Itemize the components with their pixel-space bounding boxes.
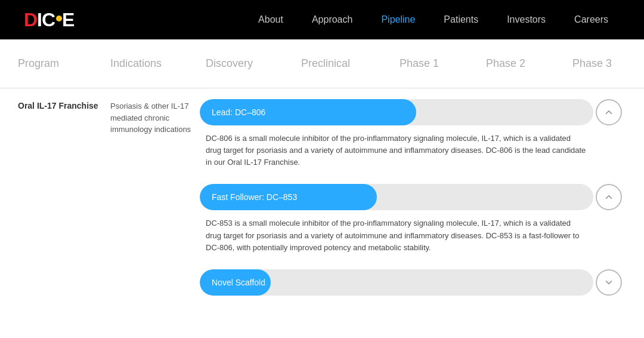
- arrow-up-dc806[interactable]: [596, 99, 622, 125]
- bar-row-dc806: Lead: DC–806 DC-806 is a small molecule …: [200, 99, 632, 168]
- col-header-discovery: Discovery: [200, 39, 295, 88]
- bar-fill-novel: Novel Scaffold: [200, 269, 271, 296]
- col-header-preclinical: Preclinical: [295, 39, 394, 88]
- bar-track-novel: Novel Scaffold: [200, 269, 593, 296]
- logo-c: C: [42, 9, 55, 30]
- nav-about[interactable]: About: [246, 10, 295, 30]
- bar-row-dc853: Fast Follower: DC–853 DC-853 is a small …: [200, 184, 632, 253]
- indications-text: Psoriasis & other IL-17 mediated chronic…: [104, 88, 200, 306]
- logo-dot: [56, 16, 62, 21]
- bar-track-dc853: Fast Follower: DC–853: [200, 184, 593, 210]
- nav-pipeline[interactable]: Pipeline: [369, 10, 427, 30]
- logo-d: D: [24, 9, 37, 30]
- logo-e: E: [62, 9, 74, 30]
- bar-fill-dc806: Lead: DC–806: [200, 99, 416, 125]
- pipeline-content: Oral IL-17 Franchise Psoriasis & other I…: [0, 88, 644, 306]
- arrow-up-dc853[interactable]: [596, 184, 622, 210]
- program-name: Oral IL-17 Franchise: [12, 88, 104, 306]
- bar-desc-dc806: DC-806 is a small molecule inhibitor of …: [200, 128, 593, 168]
- col-header-phase1: Phase 1: [394, 39, 480, 88]
- bar-track-dc806: Lead: DC–806: [200, 99, 593, 125]
- arrow-down-novel[interactable]: [596, 269, 622, 296]
- nav-patients[interactable]: Patients: [432, 10, 490, 30]
- pipeline-table-header: Program Indications Discovery Preclinica…: [0, 39, 644, 88]
- bar-desc-dc853: DC-853 is a small molecule inhibitor of …: [200, 213, 593, 253]
- col-header-indications: Indications: [104, 39, 200, 88]
- bars-area: Lead: DC–806 DC-806 is a small molecule …: [200, 88, 632, 306]
- bar-row-novel: Novel Scaffold: [200, 269, 632, 296]
- bar-label-novel: Novel Scaffold: [212, 278, 265, 287]
- nav-investors[interactable]: Investors: [495, 10, 558, 30]
- col-header-program: Program: [12, 39, 104, 88]
- table-row: Oral IL-17 Franchise Psoriasis & other I…: [12, 88, 632, 306]
- bar-label-dc806: Lead: DC–806: [212, 107, 265, 117]
- col-header-phase3: Phase 3: [566, 39, 644, 88]
- logo-i: I: [37, 9, 42, 30]
- bar-fill-dc853: Fast Follower: DC–853: [200, 184, 377, 210]
- bar-label-dc853: Fast Follower: DC–853: [212, 192, 297, 202]
- nav-approach[interactable]: Approach: [300, 10, 365, 30]
- logo: DICE: [24, 9, 74, 31]
- main-nav: About Approach Pipeline Patients Investo…: [246, 10, 620, 30]
- col-header-phase2: Phase 2: [480, 39, 566, 88]
- nav-careers[interactable]: Careers: [562, 10, 620, 30]
